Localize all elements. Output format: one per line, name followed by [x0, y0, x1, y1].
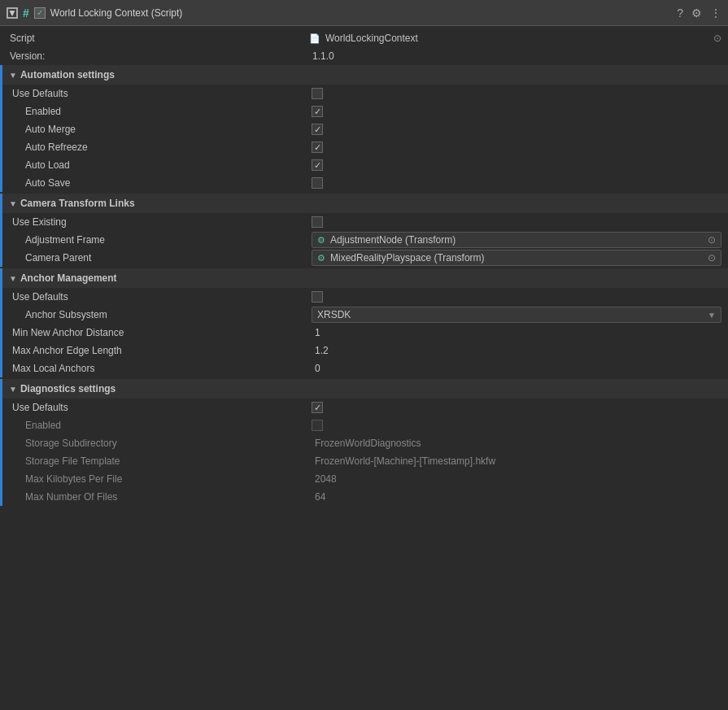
use-existing-label: Use Existing [12, 216, 67, 228]
anchor-use-defaults-label: Use Defaults [12, 291, 68, 303]
anchor-use-defaults-row: Use Defaults [2, 288, 728, 306]
max-anchor-edge-label: Max Anchor Edge Length [12, 345, 122, 356]
anchor-subsystem-dropdown[interactable]: XRSDK ▼ [312, 307, 721, 323]
anchor-use-defaults-checkbox[interactable] [312, 291, 323, 303]
diagnostics-use-defaults-row: Use Defaults [2, 399, 728, 416]
automation-use-defaults-checkbox[interactable] [312, 88, 323, 99]
diagnostics-enabled-row: Enabled [2, 416, 728, 434]
camera-parent-field[interactable]: ⚙ MixedRealityPlayspace (Transform) ⊙ [312, 250, 721, 266]
version-label: Version: [10, 50, 45, 62]
auto-merge-checkbox[interactable] [312, 124, 323, 135]
auto-load-row: Auto Load [2, 156, 728, 174]
script-label: Script [10, 33, 35, 44]
max-files-label: Max Number Of Files [25, 491, 117, 503]
camera-parent-label: Camera Parent [25, 252, 91, 264]
max-local-anchors-value: 0 [312, 362, 324, 375]
max-files-value: 64 [312, 490, 329, 503]
camera-parent-value: MixedRealityPlayspace (Transform) [330, 252, 485, 264]
diagnostics-triangle: ▼ [9, 385, 17, 394]
anchor-subsystem-label: Anchor Subsystem [25, 309, 107, 320]
auto-refreeze-checkbox[interactable] [312, 142, 323, 153]
auto-load-label: Auto Load [25, 159, 70, 171]
automation-title: Automation settings [20, 69, 115, 81]
camera-triangle: ▼ [9, 199, 17, 208]
max-local-anchors-row: Max Local Anchors 0 [2, 359, 728, 377]
anchor-subsystem-row: Anchor Subsystem XRSDK ▼ [2, 306, 728, 324]
automation-header[interactable]: ▼ Automation settings [2, 65, 728, 85]
diagnostics-enabled-checkbox[interactable] [312, 420, 323, 431]
window-title: World Locking Context (Script) [50, 7, 183, 19]
title-bar-controls: ? ⚙ ⋮ [677, 7, 721, 20]
auto-refreeze-label: Auto Refreeze [25, 142, 88, 153]
menu-button[interactable]: ⋮ [710, 7, 721, 20]
auto-save-checkbox[interactable] [312, 177, 323, 189]
diagnostics-section: ▼ Diagnostics settings Use Defaults Enab… [0, 379, 728, 506]
hash-icon: # [23, 7, 29, 20]
max-anchor-edge-row: Max Anchor Edge Length 1.2 [2, 342, 728, 359]
camera-parent-row: Camera Parent ⚙ MixedRealityPlayspace (T… [2, 249, 728, 267]
min-anchor-distance-value: 1 [312, 326, 324, 339]
min-anchor-distance-label: Min New Anchor Distance [12, 327, 124, 338]
camera-parent-icon: ⚙ [317, 253, 325, 264]
adjustment-frame-field[interactable]: ⚙ AdjustmentNode (Transform) ⊙ [312, 232, 721, 248]
storage-subdir-label: Storage Subdirectory [25, 438, 117, 449]
title-bar: ▼ # World Locking Context (Script) ? ⚙ ⋮ [0, 0, 728, 26]
min-anchor-distance-row: Min New Anchor Distance 1 [2, 324, 728, 342]
diagnostics-header[interactable]: ▼ Diagnostics settings [2, 379, 728, 399]
content-area: Script 📄 WorldLockingContext ⊙ Version: … [0, 26, 728, 509]
title-bar-left: ▼ # World Locking Context (Script) [7, 7, 182, 20]
storage-template-row: Storage File Template FrozenWorld-[Machi… [2, 452, 728, 470]
camera-parent-pick[interactable]: ⊙ [708, 252, 716, 264]
diagnostics-enabled-label: Enabled [25, 420, 61, 431]
triangle-icon[interactable]: ▼ [7, 7, 18, 19]
settings-button[interactable]: ⚙ [691, 7, 702, 20]
auto-merge-label: Auto Merge [25, 124, 76, 135]
storage-template-value: FrozenWorld-[Machine]-[Timestamp].hkfw [312, 455, 499, 468]
anchor-triangle: ▼ [9, 274, 17, 283]
auto-save-label: Auto Save [25, 177, 70, 189]
camera-title: Camera Transform Links [20, 198, 135, 209]
camera-section: ▼ Camera Transform Links Use Existing Ad… [0, 194, 728, 267]
auto-refreeze-row: Auto Refreeze [2, 138, 728, 156]
adjustment-frame-pick[interactable]: ⊙ [708, 234, 716, 246]
auto-save-row: Auto Save [2, 174, 728, 192]
automation-use-defaults-label: Use Defaults [12, 88, 68, 99]
automation-use-defaults-row: Use Defaults [2, 85, 728, 102]
automation-enabled-checkbox[interactable] [312, 106, 323, 117]
anchor-header[interactable]: ▼ Anchor Management [2, 268, 728, 288]
diagnostics-use-defaults-label: Use Defaults [12, 402, 68, 413]
dropdown-arrow-icon: ▼ [708, 311, 716, 320]
help-button[interactable]: ? [677, 7, 683, 20]
script-value: 📄 WorldLockingContext [309, 33, 418, 44]
automation-enabled-row: Enabled [2, 102, 728, 120]
diagnostics-title: Diagnostics settings [20, 383, 116, 394]
anchor-subsystem-value: XRSDK [317, 309, 351, 320]
auto-load-checkbox[interactable] [312, 159, 323, 171]
script-value-text: WorldLockingContext [325, 33, 418, 44]
max-files-row: Max Number Of Files 64 [2, 488, 728, 506]
automation-triangle: ▼ [9, 71, 17, 80]
max-anchor-edge-value: 1.2 [312, 344, 332, 357]
script-pick-icon[interactable]: ⊙ [713, 33, 721, 44]
max-kb-label: Max Kilobytes Per File [25, 473, 122, 485]
adjustment-frame-label: Adjustment Frame [25, 234, 105, 246]
automation-section: ▼ Automation settings Use Defaults Enabl… [0, 65, 728, 192]
adjustment-frame-icon: ⚙ [317, 235, 325, 246]
camera-header[interactable]: ▼ Camera Transform Links [2, 194, 728, 213]
anchor-section: ▼ Anchor Management Use Defaults Anchor … [0, 268, 728, 377]
enable-checkbox[interactable] [34, 7, 46, 19]
max-kb-value: 2048 [312, 473, 340, 486]
max-kb-row: Max Kilobytes Per File 2048 [2, 470, 728, 488]
storage-subdir-value: FrozenWorldDiagnostics [312, 437, 425, 450]
anchor-title: Anchor Management [20, 272, 117, 284]
max-local-anchors-label: Max Local Anchors [12, 363, 94, 374]
script-icon: 📄 [309, 33, 320, 44]
use-existing-row: Use Existing [2, 213, 728, 231]
storage-subdir-row: Storage Subdirectory FrozenWorldDiagnost… [2, 434, 728, 452]
diagnostics-use-defaults-checkbox[interactable] [312, 402, 323, 413]
version-value: 1.1.0 [309, 50, 338, 63]
version-row: Version: 1.1.0 [0, 47, 728, 65]
script-row: Script 📄 WorldLockingContext ⊙ [0, 29, 728, 47]
adjustment-frame-value: AdjustmentNode (Transform) [330, 234, 456, 246]
use-existing-checkbox[interactable] [312, 216, 323, 228]
